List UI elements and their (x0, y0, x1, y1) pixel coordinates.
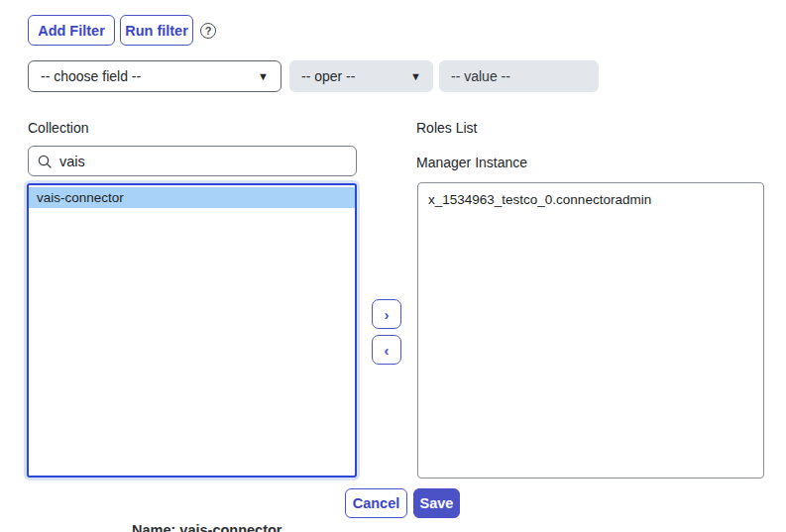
collection-listbox[interactable]: vais-connector (27, 183, 357, 478)
collection-search-field[interactable] (28, 146, 357, 176)
chevron-right-icon: › (385, 307, 390, 322)
choose-field-select[interactable]: -- choose field -- ▼ (28, 60, 281, 92)
search-icon (38, 155, 52, 168)
chevron-left-icon: ‹ (385, 343, 390, 358)
manager-instance-label: Manager Instance (416, 155, 527, 170)
move-right-button[interactable]: › (372, 299, 401, 329)
add-filter-button[interactable]: Add Filter (28, 15, 115, 46)
list-item[interactable]: x_1534963_testco_0.connectoradmin (418, 189, 763, 210)
help-icon[interactable]: ? (200, 23, 216, 39)
value-input[interactable] (439, 60, 599, 92)
oper-select-value: -- oper -- (301, 68, 355, 84)
chevron-down-icon: ▼ (410, 70, 421, 82)
roles-listbox[interactable]: x_1534963_testco_0.connectoradmin (417, 182, 764, 479)
collection-search-input[interactable] (59, 154, 347, 169)
chevron-down-icon: ▼ (258, 70, 269, 82)
cancel-button[interactable]: Cancel (345, 488, 407, 518)
list-item[interactable]: vais-connector (29, 187, 355, 208)
record-name-text: Name: vais-connector (132, 522, 282, 532)
move-left-button[interactable]: ‹ (372, 335, 401, 365)
filter-roles-panel: Add Filter Run filter ? -- choose field … (0, 0, 786, 532)
choose-field-select-value: -- choose field -- (41, 68, 141, 84)
save-button[interactable]: Save (413, 488, 460, 518)
roles-list-label: Roles List (416, 120, 477, 136)
run-filter-button[interactable]: Run filter (120, 15, 193, 46)
oper-select[interactable]: -- oper -- ▼ (289, 60, 433, 92)
collection-label: Collection (28, 120, 88, 136)
